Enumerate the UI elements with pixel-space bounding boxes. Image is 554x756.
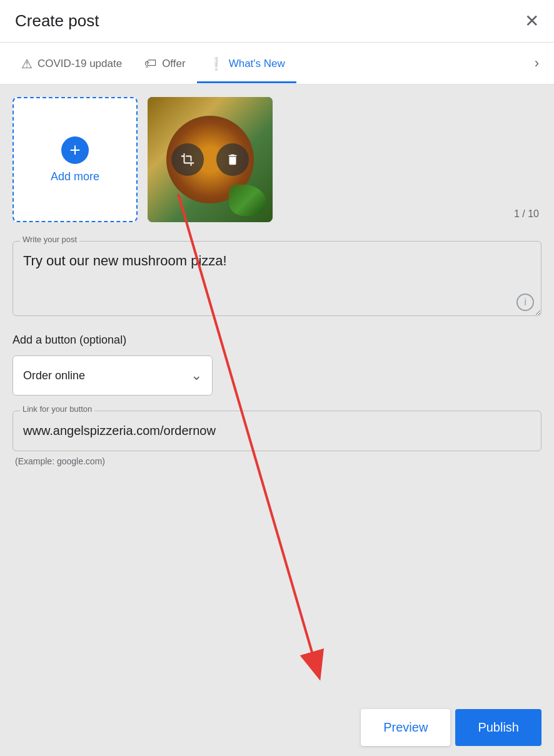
close-button[interactable]: ✕ <box>525 13 539 30</box>
button-section-label: Add a button (optional) <box>13 334 541 347</box>
post-field-group: Write your post Try out our new mushroom… <box>13 241 541 319</box>
footer: Preview Publish <box>0 699 554 756</box>
button-type-selected: Order online <box>23 369 85 382</box>
main-content: + Add more <box>0 84 554 466</box>
image-counter: 1 / 10 <box>514 208 539 220</box>
image-thumbnail <box>148 97 273 222</box>
add-more-label: Add more <box>51 170 99 183</box>
add-more-button[interactable]: + Add more <box>13 97 138 222</box>
link-hint: (Example: google.com) <box>13 456 541 466</box>
warning-icon: ⚠ <box>21 56 33 71</box>
tab-covid[interactable]: ⚠ COVID-19 update <box>10 44 133 83</box>
exclamation-icon: ❕ <box>208 56 224 71</box>
link-input[interactable] <box>13 411 541 451</box>
link-field-group: Link for your button <box>13 411 541 451</box>
delete-image-button[interactable] <box>216 143 249 176</box>
greens-decoration <box>229 185 266 216</box>
tabs-bar: ⚠ COVID-19 update 🏷 Offer ❕ What's New › <box>0 43 554 84</box>
publish-button[interactable]: Publish <box>455 709 541 746</box>
form-section: Write your post Try out our new mushroom… <box>0 228 554 466</box>
image-controls <box>171 143 249 176</box>
crop-button[interactable] <box>171 143 204 176</box>
tab-offer-label: Offer <box>162 58 185 70</box>
tab-whats-new[interactable]: ❕ What's New <box>197 44 296 83</box>
dropdown-arrow-icon: ⌄ <box>191 367 202 384</box>
image-strip: + Add more <box>0 84 554 228</box>
button-section: Add a button (optional) Order online ⌄ <box>13 334 541 396</box>
tab-whats-new-label: What's New <box>229 58 285 70</box>
tag-icon: 🏷 <box>144 56 157 71</box>
add-more-plus-icon: + <box>61 136 89 164</box>
post-field-label: Write your post <box>20 235 79 244</box>
link-field-label: Link for your button <box>20 404 94 414</box>
preview-button[interactable]: Preview <box>361 709 450 746</box>
post-textarea[interactable]: Try out our new mushroom pizza! <box>13 241 541 316</box>
dialog-title: Create post <box>15 11 99 31</box>
info-icon[interactable]: i <box>516 294 534 311</box>
tab-covid-label: COVID-19 update <box>38 58 122 70</box>
button-type-dropdown[interactable]: Order online ⌄ <box>13 355 213 396</box>
tab-offer[interactable]: 🏷 Offer <box>133 44 196 83</box>
tabs-chevron[interactable]: › <box>530 43 544 84</box>
